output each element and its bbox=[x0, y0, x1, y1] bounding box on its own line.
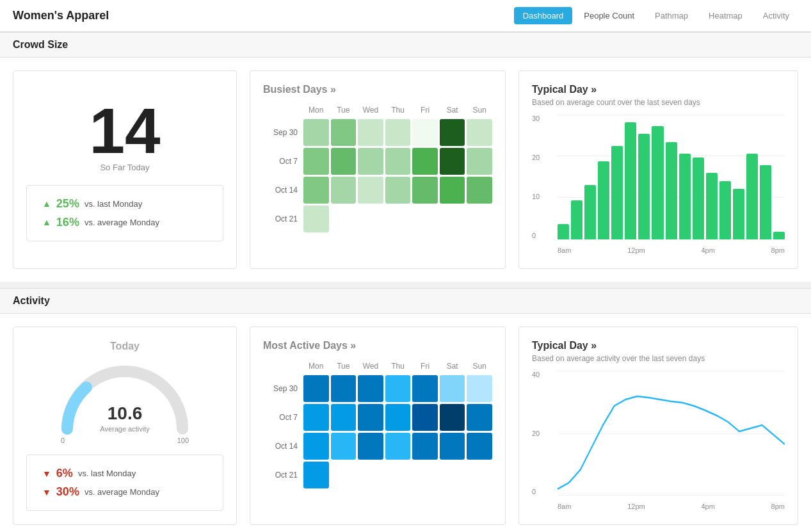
busiest-days-title: Busiest Days » bbox=[263, 84, 492, 95]
acal-thu: Thu bbox=[385, 359, 411, 373]
activity-y-axis: 40 20 0 bbox=[532, 371, 540, 496]
acal-sat: Sat bbox=[440, 359, 465, 373]
nav-heatmap[interactable]: Heatmap bbox=[700, 7, 751, 24]
crowd-stat1-label: vs. last Monday bbox=[84, 199, 142, 209]
typical-day-sub: Based on average count over the last sev… bbox=[532, 98, 785, 107]
acal-cell bbox=[331, 462, 357, 488]
cal-cell bbox=[303, 177, 329, 204]
crowd-bar-chart: 30 20 10 0 8am 12pm bbox=[532, 115, 785, 255]
bar bbox=[625, 122, 636, 239]
acal-cell bbox=[412, 433, 438, 460]
gauge-container: 10.6 Average activity 0 100 bbox=[54, 359, 195, 435]
crowd-count: 14 bbox=[89, 99, 160, 163]
nav-dashboard[interactable]: Dashboard bbox=[514, 7, 573, 24]
cal-cell bbox=[331, 148, 357, 175]
acal-cell bbox=[385, 462, 411, 488]
cal-cell bbox=[358, 177, 383, 204]
bar bbox=[719, 181, 731, 239]
cal-fri: Fri bbox=[412, 103, 438, 117]
acal-cell bbox=[358, 404, 383, 431]
acal-cell bbox=[331, 404, 357, 431]
acal-cell bbox=[467, 375, 492, 402]
nav-activity[interactable]: Activity bbox=[754, 7, 798, 24]
acal-cell bbox=[385, 404, 411, 431]
activity-line-chart: 40 20 0 8am 12pm 4pm bbox=[532, 371, 785, 512]
cal-mon: Mon bbox=[303, 103, 329, 117]
activity-content: Today 10.6 Average activity 0 100 ▼ 6% bbox=[0, 314, 811, 532]
acal-cell bbox=[358, 375, 383, 402]
nav-tabs: Dashboard People Count Pathmap Heatmap A… bbox=[514, 7, 798, 24]
acal-cell bbox=[358, 433, 383, 460]
gauge-title: Today bbox=[110, 341, 140, 352]
up-arrow-icon-2: ▲ bbox=[42, 217, 51, 227]
acal-cell bbox=[440, 375, 465, 402]
crowd-calendar-grid: Mon Tue Wed Thu Fri Sat Sun Sep 30 Oct 7 bbox=[263, 103, 492, 232]
nav-pathmap[interactable]: Pathmap bbox=[646, 7, 697, 24]
nav-people-count[interactable]: People Count bbox=[575, 7, 643, 24]
bar bbox=[652, 126, 663, 239]
acal-row-oct14: Oct 14 bbox=[263, 433, 301, 460]
acal-cell bbox=[358, 462, 383, 488]
acal-cell bbox=[412, 462, 438, 488]
acal-cell bbox=[303, 375, 329, 402]
up-arrow-icon: ▲ bbox=[42, 198, 51, 209]
crowd-stat1-pct: 25% bbox=[56, 197, 79, 211]
acal-wed: Wed bbox=[358, 359, 383, 373]
cal-cell bbox=[440, 177, 465, 204]
activity-stat2-pct: 30% bbox=[56, 485, 79, 499]
bar bbox=[679, 154, 691, 239]
cal-thu: Thu bbox=[385, 103, 411, 117]
cal-empty-header bbox=[263, 103, 301, 117]
acal-cell bbox=[385, 433, 411, 460]
activity-typical-panel: Typical Day » Based on average activity … bbox=[518, 326, 798, 525]
cal-cell bbox=[412, 206, 438, 232]
acal-tue: Tue bbox=[331, 359, 357, 373]
bar bbox=[773, 232, 785, 239]
crowd-stats-box: ▲ 25% vs. last Monday ▲ 16% vs. average … bbox=[26, 185, 223, 241]
cal-cell bbox=[467, 148, 492, 175]
down-arrow-icon: ▼ bbox=[42, 469, 51, 479]
typical-day-panel: Typical Day » Based on average count ove… bbox=[518, 70, 798, 269]
crowd-stat-2: ▲ 16% vs. average Monday bbox=[42, 213, 207, 232]
activity-stat-2: ▼ 30% vs. average Monday bbox=[42, 483, 207, 501]
acal-cell bbox=[331, 433, 357, 460]
acal-fri: Fri bbox=[412, 359, 438, 373]
activity-stat-1: ▼ 6% vs. last Monday bbox=[42, 464, 207, 483]
gauge-svg bbox=[54, 359, 195, 435]
cal-cell bbox=[385, 119, 411, 146]
cal-wed: Wed bbox=[358, 103, 383, 117]
acal-cell bbox=[303, 462, 329, 488]
activity-typical-sub: Based on average activity over the last … bbox=[532, 354, 785, 363]
cal-cell bbox=[303, 119, 329, 146]
bar-chart-bars bbox=[558, 115, 785, 239]
bar bbox=[706, 173, 718, 239]
gauge-max: 100 bbox=[177, 437, 189, 444]
activity-calendar-grid: Mon Tue Wed Thu Fri Sat Sun Sep 30 Oct 7 bbox=[263, 359, 492, 488]
gauge-value: 10.6 bbox=[108, 403, 143, 424]
acal-cell bbox=[412, 404, 438, 431]
acal-row-oct7: Oct 7 bbox=[263, 404, 301, 431]
acal-cell bbox=[331, 375, 357, 402]
bar bbox=[558, 224, 569, 239]
activity-section: Activity Today 10.6 Average activity 0 1… bbox=[0, 288, 811, 532]
most-active-title: Most Active Days » bbox=[263, 340, 492, 351]
acal-row-sep30: Sep 30 bbox=[263, 375, 301, 402]
cal-cell bbox=[385, 177, 411, 204]
acal-cell bbox=[467, 433, 492, 460]
cal-cell bbox=[358, 206, 383, 232]
acal-cell bbox=[440, 404, 465, 431]
bar bbox=[638, 134, 650, 239]
activity-left: Today 10.6 Average activity 0 100 ▼ 6% bbox=[13, 326, 237, 525]
bar bbox=[760, 165, 771, 239]
acal-cell bbox=[303, 404, 329, 431]
cal-cell bbox=[412, 119, 438, 146]
cal-cell bbox=[412, 148, 438, 175]
crowd-size-content: 14 So Far Today ▲ 25% vs. last Monday ▲ … bbox=[0, 58, 811, 282]
cal-cell bbox=[385, 148, 411, 175]
cal-sat: Sat bbox=[440, 103, 465, 117]
cal-cell bbox=[331, 206, 357, 232]
bar bbox=[733, 189, 744, 239]
cal-row-oct7: Oct 7 bbox=[263, 148, 301, 175]
busiest-days-panel: Busiest Days » Mon Tue Wed Thu Fri Sat S… bbox=[250, 70, 506, 269]
x-axis: 8am 12pm 4pm 8pm bbox=[558, 246, 785, 254]
